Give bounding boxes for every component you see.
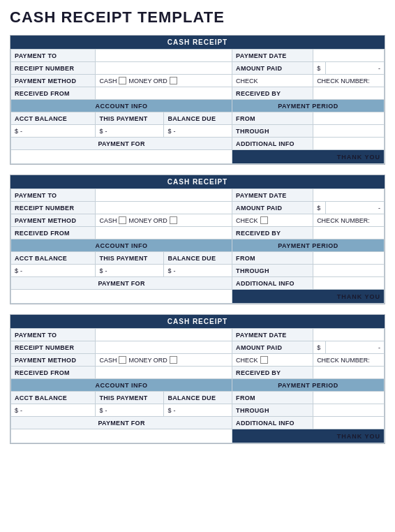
value-payment-for-2[interactable]	[11, 290, 232, 304]
value-acct-balance-1[interactable]: $-	[11, 125, 96, 138]
label-received-by-3: RECEIVED BY	[232, 367, 313, 379]
label-amount-paid-1: AMOUNT PAID	[232, 62, 313, 75]
check-number-label-1: CHECK NUMBER:	[317, 77, 370, 84]
money-ord-checkbox-2[interactable]	[170, 216, 177, 224]
money-ord-checkbox-1[interactable]	[170, 77, 177, 84]
check-checkbox-2[interactable]	[260, 216, 268, 224]
label-receipt-number-3: RECEIPT NUMBER	[11, 341, 96, 354]
value-additional-info-2[interactable]	[313, 277, 385, 290]
label-payment-to-1: PAYMENT TO	[11, 50, 96, 62]
label-amount-paid-3: AMOUNT PAID	[232, 341, 313, 354]
value-amount-paid-3[interactable]: -	[326, 341, 385, 354]
value-payment-to-3[interactable]	[96, 329, 232, 341]
value-from-2[interactable]	[313, 252, 385, 265]
acct-bal-dash-1: -	[20, 128, 22, 135]
check-number-cell-3: CHECK NUMBER:	[313, 354, 385, 367]
label-payment-to-3: PAYMENT TO	[11, 329, 96, 341]
label-this-payment-2: THIS PAYMENT	[96, 252, 164, 265]
money-ord-label-1: MONEY ORD	[128, 77, 167, 84]
thank-you-1: THANK YOU	[232, 150, 385, 164]
value-this-payment-1[interactable]: $-	[96, 125, 164, 138]
label-payment-method-3: PAYMENT METHOD	[11, 354, 96, 367]
receipt-block-2: CASH RECEIPT PAYMENT TO PAYMENT DATE REC…	[10, 175, 385, 304]
value-received-from-3[interactable]	[96, 367, 232, 379]
value-through-1[interactable]	[313, 125, 385, 138]
section-payment-period-1: PAYMENT PERIOD	[232, 100, 385, 112]
cash-checkbox-1[interactable]	[119, 77, 126, 84]
value-from-1[interactable]	[313, 112, 385, 125]
label-received-by-1: RECEIVED BY	[232, 87, 313, 100]
value-payment-for-1[interactable]	[11, 150, 232, 164]
value-payment-date-2[interactable]	[313, 189, 385, 202]
value-receipt-number-2[interactable]	[96, 202, 232, 214]
value-amount-paid-dollar-2: $	[313, 202, 326, 214]
label-payment-date-1: PAYMENT DATE	[232, 50, 313, 62]
value-payment-method-1: CASH MONEY ORD	[96, 75, 232, 87]
label-additional-info-3: ADDITIONAL INFO	[232, 417, 313, 429]
value-this-payment-3[interactable]: $-	[96, 404, 164, 417]
receipt-header-2: CASH RECEIPT	[10, 175, 385, 189]
value-payment-date-3[interactable]	[313, 329, 385, 341]
label-this-payment-1: THIS PAYMENT	[96, 112, 164, 125]
check-number-cell-2: CHECK NUMBER:	[313, 214, 385, 227]
value-payment-date-1[interactable]	[313, 50, 385, 62]
label-acct-balance-1: ACCT BALANCE	[11, 112, 96, 125]
label-payment-date-2: PAYMENT DATE	[232, 189, 313, 202]
label-acct-balance-2: ACCT BALANCE	[11, 252, 96, 265]
value-amount-paid-2[interactable]: -	[326, 202, 385, 214]
value-payment-to-1[interactable]	[96, 50, 232, 62]
check-cell-1: CHECK	[232, 75, 313, 87]
money-ord-checkbox-3[interactable]	[170, 356, 177, 364]
value-acct-balance-2[interactable]: $-	[11, 265, 96, 277]
section-payment-period-3: PAYMENT PERIOD	[232, 379, 385, 392]
value-amount-paid-1[interactable]: -	[326, 62, 385, 75]
check-checkbox-3[interactable]	[260, 356, 268, 364]
label-payment-for-2: PAYMENT FOR	[11, 277, 232, 290]
value-amount-paid-dollar-3: $	[313, 341, 326, 354]
label-through-1: THROUGH	[232, 125, 313, 138]
value-this-payment-2[interactable]: $-	[96, 265, 164, 277]
label-payment-date-3: PAYMENT DATE	[232, 329, 313, 341]
receipt-block-3: CASH RECEIPT PAYMENT TO PAYMENT DATE REC…	[10, 314, 385, 444]
value-receipt-number-1[interactable]	[96, 62, 232, 75]
receipt-header-1: CASH RECEIPT	[10, 36, 385, 49]
value-received-from-1[interactable]	[96, 87, 232, 100]
value-acct-balance-3[interactable]: $-	[11, 404, 96, 417]
label-received-from-3: RECEIVED FROM	[11, 367, 96, 379]
value-received-by-3[interactable]	[313, 367, 385, 379]
label-amount-paid-2: AMOUNT PAID	[232, 202, 313, 214]
label-from-1: FROM	[232, 112, 313, 125]
cash-label-2: CASH	[99, 217, 117, 224]
check-label-2: CHECK	[236, 217, 258, 224]
value-through-3[interactable]	[313, 404, 385, 417]
value-additional-info-3[interactable]	[313, 417, 385, 429]
money-ord-label-2: MONEY ORD	[128, 217, 167, 224]
label-through-3: THROUGH	[232, 404, 313, 417]
value-payment-method-2: CASH MONEY ORD	[96, 214, 232, 227]
value-through-2[interactable]	[313, 265, 385, 277]
check-number-cell-1: CHECK NUMBER:	[313, 75, 385, 87]
value-receipt-number-3[interactable]	[96, 341, 232, 354]
check-number-label-3: CHECK NUMBER:	[317, 357, 370, 364]
label-balance-due-3: BALANCE DUE	[164, 392, 232, 404]
value-received-by-2[interactable]	[313, 227, 385, 239]
value-balance-due-1[interactable]: $-	[164, 125, 232, 138]
check-label-1: CHECK	[236, 77, 258, 84]
value-received-from-2[interactable]	[96, 227, 232, 239]
value-payment-for-3[interactable]	[11, 429, 232, 443]
cash-checkbox-3[interactable]	[119, 356, 126, 364]
value-balance-due-3[interactable]: $-	[164, 404, 232, 417]
value-additional-info-1[interactable]	[313, 138, 385, 150]
cash-checkbox-2[interactable]	[119, 216, 126, 224]
label-acct-balance-3: ACCT BALANCE	[11, 392, 96, 404]
value-payment-to-2[interactable]	[96, 189, 232, 202]
thank-you-2: THANK YOU	[232, 290, 385, 304]
label-additional-info-2: ADDITIONAL INFO	[232, 277, 313, 290]
value-from-3[interactable]	[313, 392, 385, 404]
value-received-by-1[interactable]	[313, 87, 385, 100]
label-balance-due-1: BALANCE DUE	[164, 112, 232, 125]
cash-label-1: CASH	[99, 77, 117, 84]
thank-you-3: THANK YOU	[232, 429, 385, 443]
value-balance-due-2[interactable]: $-	[164, 265, 232, 277]
label-additional-info-1: ADDITIONAL INFO	[232, 138, 313, 150]
